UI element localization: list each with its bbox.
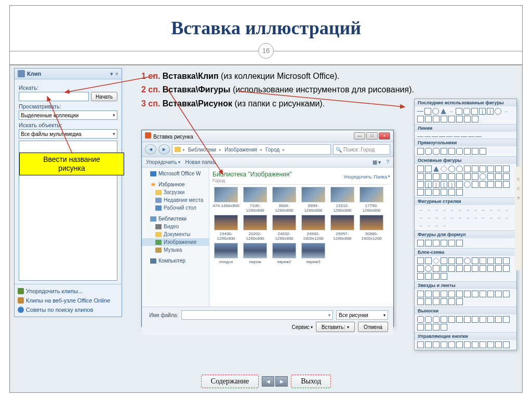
shape-item[interactable]	[433, 222, 440, 229]
clip-search-tips-link[interactable]: Советы по поиску клипов	[18, 305, 118, 314]
shape-item[interactable]	[495, 257, 502, 264]
shape-item[interactable]	[503, 265, 510, 272]
shape-item[interactable]	[480, 181, 486, 188]
help-button[interactable]: ?	[386, 159, 389, 165]
shape-item[interactable]	[441, 273, 447, 280]
shape-item[interactable]	[464, 291, 471, 297]
shape-item[interactable]	[417, 240, 424, 246]
shape-item[interactable]	[464, 116, 471, 122]
shape-item[interactable]	[487, 214, 494, 221]
back-button[interactable]: ◄	[145, 144, 156, 155]
shape-item[interactable]	[448, 265, 455, 272]
shape-item[interactable]	[456, 214, 463, 221]
contents-button[interactable]: Содержание	[201, 375, 259, 388]
shape-item[interactable]	[432, 136, 438, 137]
shape-item[interactable]	[487, 257, 494, 264]
shape-item[interactable]	[464, 316, 471, 323]
side-libraries[interactable]: Библиотеки	[142, 215, 209, 223]
shape-item[interactable]	[425, 341, 432, 348]
shape-item[interactable]	[433, 207, 440, 213]
prev-slide-button[interactable]: ◄	[262, 376, 274, 387]
side-documents[interactable]: Документы	[142, 230, 209, 238]
shape-item[interactable]	[441, 324, 447, 331]
shape-item[interactable]	[448, 116, 455, 122]
shape-item[interactable]	[456, 189, 463, 196]
shape-item[interactable]	[425, 207, 432, 213]
shape-item[interactable]	[464, 257, 471, 264]
shape-item[interactable]	[464, 173, 471, 180]
shape-item[interactable]: )	[448, 181, 455, 188]
organize-dropdown[interactable]: Упорядочить ▾	[146, 159, 180, 165]
insert-button[interactable]: Вставить▾	[316, 322, 355, 332]
shape-item[interactable]	[417, 173, 424, 180]
shape-item[interactable]	[468, 136, 474, 137]
shape-item[interactable]	[503, 341, 510, 348]
shape-item[interactable]	[480, 341, 486, 348]
shape-item[interactable]	[503, 166, 510, 172]
shape-item[interactable]	[503, 291, 510, 297]
shape-item[interactable]	[425, 324, 432, 331]
shape-item[interactable]	[425, 166, 432, 172]
close-button[interactable]: ×	[379, 132, 390, 140]
file-thumbnail[interactable]: 30860-1920x1200	[358, 215, 385, 241]
shape-item[interactable]	[417, 136, 423, 137]
shape-item[interactable]	[456, 257, 463, 264]
shape-item[interactable]	[456, 207, 463, 213]
shape-item[interactable]	[417, 265, 424, 272]
side-computer[interactable]: Компьютер	[142, 257, 209, 265]
shape-item[interactable]	[448, 291, 455, 297]
shape-item[interactable]	[503, 316, 510, 323]
shape-item[interactable]	[433, 189, 440, 196]
shape-item[interactable]: (	[441, 181, 447, 188]
shape-item[interactable]	[441, 116, 447, 122]
shape-item[interactable]	[495, 166, 502, 172]
tools-dropdown[interactable]: Сервис ▾	[291, 324, 312, 330]
shape-item[interactable]	[441, 265, 447, 272]
shape-item[interactable]	[448, 298, 455, 305]
side-favorites[interactable]: Избранное	[142, 181, 209, 188]
shape-item[interactable]	[472, 291, 478, 297]
shape-item[interactable]	[461, 136, 467, 137]
shape-item[interactable]	[417, 181, 424, 188]
shape-item[interactable]	[417, 291, 424, 297]
filename-input[interactable]: ▾	[181, 310, 333, 320]
shape-item[interactable]	[441, 148, 447, 155]
file-thumbnail[interactable]: 474-1280x800	[212, 187, 240, 213]
shape-item[interactable]	[433, 214, 440, 221]
shape-item[interactable]	[487, 207, 494, 213]
side-music[interactable]: Музыка	[142, 246, 209, 254]
shape-item[interactable]	[472, 148, 478, 155]
shape-item[interactable]	[471, 108, 478, 115]
shape-item[interactable]	[417, 166, 424, 172]
type-select[interactable]: Все файлы мультимедиа▾	[19, 129, 117, 139]
shape-item[interactable]	[480, 214, 486, 221]
shape-item[interactable]	[495, 173, 502, 180]
shape-item[interactable]	[480, 316, 486, 323]
organize-clips-link[interactable]: Упорядочить клипы...	[18, 286, 118, 296]
shape-item[interactable]	[433, 341, 440, 348]
shape-item[interactable]	[425, 173, 432, 180]
shape-item[interactable]	[441, 207, 447, 213]
shape-item[interactable]	[432, 108, 439, 115]
file-thumbnail[interactable]: 17750-1280x800	[358, 187, 385, 213]
shape-item[interactable]	[448, 189, 455, 196]
shape-item[interactable]	[425, 240, 432, 246]
maximize-button[interactable]: □	[366, 132, 378, 140]
shape-item[interactable]	[425, 189, 432, 196]
shape-item[interactable]	[417, 111, 423, 112]
shape-item[interactable]	[480, 173, 486, 180]
shape-item[interactable]	[424, 136, 431, 137]
shape-item[interactable]	[456, 108, 462, 115]
shape-item[interactable]	[472, 265, 478, 272]
shape-item[interactable]	[495, 316, 502, 323]
file-thumbnail[interactable]: 13312-1280x800	[329, 187, 356, 213]
office-online-clips-link[interactable]: Клипы на веб-узле Office Online	[18, 296, 118, 305]
shape-item[interactable]	[441, 166, 448, 173]
shape-item[interactable]	[433, 166, 440, 172]
shape-item[interactable]	[441, 298, 447, 305]
shape-item[interactable]	[464, 166, 471, 172]
shape-item[interactable]	[441, 316, 447, 323]
shape-item[interactable]	[417, 316, 424, 323]
shape-item[interactable]	[433, 316, 440, 323]
file-thumbnail[interactable]: 8804-1280x800	[271, 187, 298, 213]
